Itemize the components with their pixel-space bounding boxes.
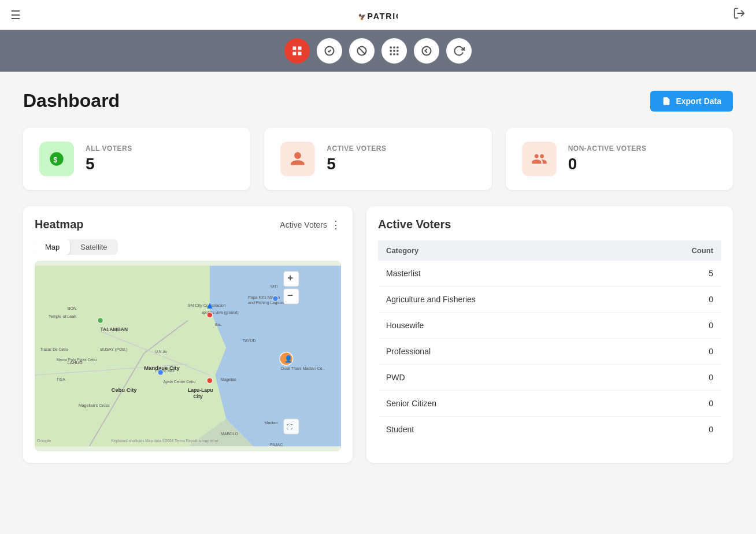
- category-cell: PWD: [378, 365, 631, 391]
- svg-text:and Fishing Lagoon: and Fishing Lagoon: [248, 301, 284, 305]
- table-row: Agriculture and Fisheries0: [378, 287, 721, 313]
- lower-section: Heatmap Active Voters ⋮ Map Satellite: [23, 206, 733, 463]
- toolbar-check-button[interactable]: [317, 38, 342, 64]
- heatmap-card: Heatmap Active Voters ⋮ Map Satellite: [23, 206, 353, 463]
- heatmap-title: Heatmap: [35, 218, 83, 231]
- toolbar-refresh-button[interactable]: [446, 38, 472, 64]
- svg-text:Lapu-Lapu: Lapu-Lapu: [188, 387, 213, 393]
- svg-text:Ayala Center Cebu: Ayala Center Cebu: [163, 380, 195, 384]
- count-cell: 0: [631, 365, 721, 391]
- toolbar-apps-button[interactable]: [381, 38, 407, 64]
- active-voters-stat-card: ACTIVE VOTERS 5: [264, 128, 491, 190]
- non-active-voters-card: NON-ACTIVE VOTERS 0: [506, 128, 733, 190]
- non-active-voters-info: NON-ACTIVE VOTERS 0: [568, 144, 647, 173]
- svg-text:U.N.Av: U.N.Av: [155, 350, 168, 354]
- stats-row: $ ALL VOTERS 5 ACTIVE VOTERS 5 NON-ACTIV…: [23, 128, 733, 190]
- svg-text:PAJAC: PAJAC: [270, 443, 283, 447]
- heatmap-menu-icon[interactable]: ⋮: [331, 218, 341, 231]
- svg-rect-15: [396, 50, 398, 51]
- svg-point-19: [423, 47, 431, 55]
- main-content: Dashboard Export Data $ ALL VOTERS 5 ACT…: [0, 72, 756, 481]
- all-voters-label: ALL VOTERS: [86, 144, 132, 153]
- category-column-header: Category: [378, 240, 631, 261]
- heatmap-header: Heatmap Active Voters ⋮: [35, 218, 341, 231]
- category-cell: Student: [378, 417, 631, 443]
- svg-rect-11: [393, 47, 395, 49]
- active-voters-info: ACTIVE VOTERS 5: [327, 144, 386, 173]
- table-row: PWD0: [378, 365, 721, 391]
- all-voters-info: ALL VOTERS 5: [86, 144, 132, 173]
- active-voters-label: ACTIVE VOTERS: [327, 144, 386, 153]
- svg-text:Marco Polo Plaza Cebu: Marco Polo Plaza Cebu: [57, 358, 97, 362]
- count-cell: 0: [631, 287, 721, 313]
- non-active-voters-value: 0: [568, 155, 647, 173]
- toolbar-ban-button[interactable]: [349, 38, 375, 64]
- map-container: TALAMBAN Mandaue City Cebu City Lapu-Lap…: [35, 261, 341, 451]
- svg-rect-4: [298, 47, 302, 50]
- logout-icon[interactable]: [733, 7, 746, 23]
- table-row: Masterlist5: [378, 261, 721, 287]
- toolbar: [0, 30, 756, 72]
- svg-rect-16: [390, 53, 392, 55]
- active-voters-icon: [280, 142, 315, 176]
- svg-rect-5: [293, 52, 297, 55]
- svg-text:YATI: YATI: [270, 284, 278, 288]
- svg-text:👤: 👤: [284, 355, 293, 363]
- svg-text:TAYUD: TAYUD: [243, 339, 256, 343]
- map-svg: TALAMBAN Mandaue City Cebu City Lapu-Lap…: [35, 261, 341, 451]
- count-cell: 0: [631, 391, 721, 417]
- page-title: Dashboard: [23, 90, 120, 112]
- all-voters-value: 5: [86, 155, 132, 173]
- toolbar-back-button[interactable]: [414, 38, 439, 64]
- page-header: Dashboard Export Data: [23, 90, 733, 112]
- svg-point-56: [98, 318, 103, 323]
- menu-icon[interactable]: ☰: [10, 8, 21, 22]
- svg-text:⛶: ⛶: [287, 424, 292, 430]
- svg-line-9: [358, 47, 365, 54]
- toolbar-grid-button[interactable]: [284, 38, 310, 64]
- svg-rect-3: [293, 47, 297, 50]
- svg-rect-10: [390, 47, 392, 49]
- svg-text:Ba..: Ba..: [215, 322, 222, 327]
- active-voters-card: Active Voters Category Count Masterlist5…: [366, 206, 733, 463]
- svg-text:TISA: TISA: [57, 377, 65, 381]
- svg-text:Trazas De Cebu: Trazas De Cebu: [40, 347, 68, 351]
- svg-text:+: +: [287, 272, 293, 283]
- svg-text:Magellan's Cross: Magellan's Cross: [79, 403, 110, 408]
- category-cell: Professional: [378, 339, 631, 365]
- active-voters-table-title: Active Voters: [378, 218, 721, 231]
- category-cell: Housewife: [378, 313, 631, 339]
- svg-text:BON: BON: [68, 306, 76, 311]
- svg-text:City: City: [193, 394, 202, 399]
- count-cell: 0: [631, 417, 721, 443]
- svg-text:TALAMBAN: TALAMBAN: [101, 327, 128, 332]
- non-active-voters-icon: [522, 142, 557, 176]
- satellite-tab-button[interactable]: Satellite: [70, 239, 117, 255]
- svg-rect-6: [298, 52, 302, 55]
- table-row: Housewife0: [378, 313, 721, 339]
- category-cell: Agriculture and Fisheries: [378, 287, 631, 313]
- count-cell: 5: [631, 261, 721, 287]
- svg-text:Google: Google: [37, 438, 51, 443]
- heatmap-filter: Active Voters ⋮: [280, 218, 341, 231]
- svg-text:Mactan: Mactan: [265, 421, 278, 425]
- top-nav: ☰ 🦅 PATRIOT: [0, 0, 756, 30]
- svg-text:Cebu City: Cebu City: [112, 387, 138, 393]
- count-cell: 0: [631, 313, 721, 339]
- table-row: Professional0: [378, 339, 721, 365]
- count-column-header: Count: [631, 240, 721, 261]
- export-data-button[interactable]: Export Data: [650, 91, 733, 112]
- svg-point-61: [273, 296, 278, 301]
- svg-text:SM City Consolacion: SM City Consolacion: [188, 303, 226, 308]
- map-toggle: Map Satellite: [35, 239, 118, 255]
- svg-rect-17: [393, 53, 395, 55]
- map-tab-button[interactable]: Map: [35, 239, 70, 255]
- logo-icon: 🦅 PATRIOT: [356, 6, 397, 24]
- svg-rect-14: [393, 50, 395, 51]
- count-cell: 0: [631, 339, 721, 365]
- svg-text:−: −: [287, 290, 293, 301]
- svg-text:$: $: [53, 155, 57, 164]
- active-voters-table: Category Count Masterlist5Agriculture an…: [378, 240, 721, 442]
- svg-text:Dusit Thani Mactan Ce..: Dusit Thani Mactan Ce..: [281, 366, 325, 371]
- svg-text:🦅: 🦅: [358, 13, 367, 21]
